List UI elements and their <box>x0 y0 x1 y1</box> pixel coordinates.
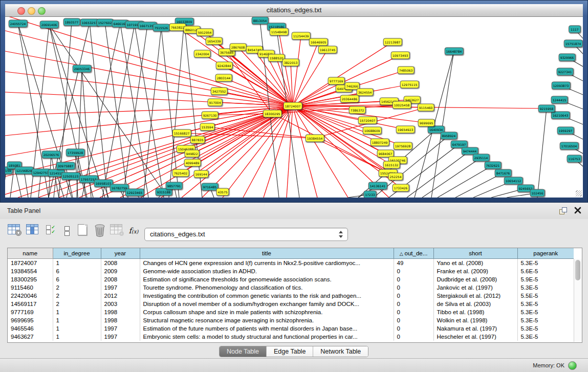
table-cell[interactable]: 1997 <box>101 333 140 341</box>
table-cell[interactable]: 5.3E-5 <box>517 333 574 341</box>
table-scrollbar-thumb[interactable] <box>575 260 580 280</box>
network-node[interactable]: 9777169 <box>328 77 345 85</box>
network-node[interactable]: 18807249 <box>371 139 389 146</box>
close-panel-icon[interactable] <box>574 206 582 214</box>
table-cell[interactable]: Changes of HCN gene expression and I(f) … <box>140 259 394 268</box>
table-cell[interactable]: 0 <box>394 333 433 341</box>
table-row[interactable]: 2242004622012Investigating the contribut… <box>8 292 574 300</box>
network-node[interactable]: 9215958 <box>538 105 555 113</box>
table-cell[interactable]: 5.5E-5 <box>517 292 574 300</box>
network-node[interactable]: 8958924 <box>441 132 458 140</box>
table-cell[interactable]: 0 <box>394 275 433 283</box>
network-node[interactable]: 8471676 <box>495 169 512 177</box>
table-cell[interactable]: 1998 <box>101 316 140 324</box>
memory-status-led[interactable] <box>568 361 577 370</box>
network-node[interactable]: 10688609 <box>363 127 382 135</box>
network-node[interactable]: 20206576 <box>42 151 61 159</box>
network-node[interactable]: 949822 <box>185 150 200 158</box>
column-header-year[interactable]: year <box>101 248 140 259</box>
table-cell[interactable]: 18724007 <box>8 259 53 268</box>
table-mode-icon[interactable] <box>59 226 75 242</box>
table-cell[interactable]: 0 <box>394 267 433 275</box>
network-node[interactable]: 11254439 <box>292 32 311 40</box>
table-cell[interactable]: 0 <box>394 308 433 316</box>
table-cell[interactable]: Jankovic et al. (1997) <box>433 283 517 292</box>
network-hub-node[interactable]: 18724007 <box>284 102 302 110</box>
table-cell[interactable]: 1 <box>53 316 101 324</box>
table-cell[interactable]: 2008 <box>101 259 140 268</box>
table-cell[interactable]: 14569117 <box>8 300 53 308</box>
table-cell[interactable]: 22420046 <box>8 292 53 300</box>
table-cell[interactable]: 9115460 <box>8 283 53 292</box>
table-cell[interactable]: Dudbridge et al. (2008) <box>433 275 517 283</box>
table-cell[interactable]: Embryonic stem cells: a model to study s… <box>140 333 394 341</box>
network-node[interactable]: 9115460 <box>418 104 434 112</box>
table-cell[interactable]: Nakamura et al. (1997) <box>433 324 517 333</box>
network-node[interactable]: 43575 <box>216 188 229 196</box>
network-node[interactable]: 2803144 <box>215 74 232 82</box>
network-canvas[interactable]: 2405572420691406189357710653257152760264… <box>5 17 583 198</box>
network-node[interactable]: 2867608 <box>230 43 247 51</box>
network-node[interactable]: 9242844 <box>216 62 233 70</box>
network-node[interactable]: 1959297 <box>557 127 574 135</box>
tab-node-table[interactable]: Node Table <box>220 346 267 357</box>
table-row[interactable]: 969969511998Structural magnetic resonanc… <box>8 316 574 324</box>
tab-network-table[interactable]: Network Table <box>313 346 368 357</box>
table-cell[interactable]: 0 <box>394 283 433 292</box>
table-cell[interactable]: Stergiakouli et al. (2012) <box>433 292 517 300</box>
table-cell[interactable]: Estimation of significance thresholds fo… <box>140 275 394 283</box>
table-cell[interactable]: 2009 <box>101 267 140 275</box>
network-node[interactable]: 3822013 <box>282 59 299 67</box>
table-cell[interactable]: 1997 <box>101 283 140 292</box>
delete-table-icon[interactable]: × <box>108 224 124 240</box>
show-columns-icon[interactable] <box>25 224 40 240</box>
table-cell[interactable]: de Silva et al. (2003) <box>433 300 517 308</box>
table-row[interactable]: 911546021997Tourette syndrome. Phenomeno… <box>8 283 574 292</box>
table-settings-icon[interactable] <box>6 224 21 240</box>
table-cell[interactable]: 2 <box>53 283 101 292</box>
canvas-resize-grip[interactable] <box>576 190 582 196</box>
tab-edge-table[interactable]: Edge Table <box>267 346 313 357</box>
table-cell[interactable]: 1 <box>53 259 101 268</box>
table-cell[interactable]: 2008 <box>101 275 140 283</box>
table-row[interactable]: 977716911998Corpus callosum shape and si… <box>8 308 574 316</box>
table-cell[interactable]: Hescheler et al. (1997) <box>433 333 517 341</box>
network-node[interactable]: 30975887 <box>56 162 75 170</box>
network-node[interactable]: 9857791 <box>166 182 183 190</box>
network-node[interactable]: 7632621 <box>485 162 502 169</box>
column-header-short[interactable]: short <box>433 248 517 259</box>
table-cell[interactable]: 0 <box>394 292 433 300</box>
table-cell[interactable]: Estimation of the future numbers of pati… <box>140 324 394 333</box>
table-cell[interactable]: 1 <box>53 333 101 341</box>
network-node[interactable]: 29053346 <box>73 65 92 73</box>
table-cell[interactable]: 9465546 <box>8 324 53 333</box>
table-cell[interactable]: Disruption of a novel member of a sodium… <box>140 300 394 308</box>
function-builder-icon[interactable]: f(x) <box>126 226 141 243</box>
network-node[interactable]: 19756928 <box>394 142 412 150</box>
table-cell[interactable]: 9463627 <box>8 333 53 341</box>
select-rows-icon[interactable]: ✓ ✓ <box>43 225 58 242</box>
new-column-icon[interactable] <box>75 224 90 240</box>
network-node[interactable]: 12213987 <box>383 38 402 46</box>
table-cell[interactable]: Yano et al. (2008) <box>433 259 517 268</box>
table-cell[interactable]: Investigating the contribution of common… <box>140 292 394 300</box>
table-cell[interactable]: 18300295 <box>8 275 53 283</box>
network-node[interactable]: 7485063 <box>398 67 415 74</box>
network-node[interactable]: 15166827 <box>172 129 191 137</box>
table-cell[interactable]: 6 <box>53 267 101 275</box>
column-header-in-degree[interactable]: in_degree <box>53 248 101 259</box>
table-cell[interactable]: 6 <box>53 275 101 283</box>
network-window-titlebar[interactable]: citations_edges.txt <box>5 4 583 17</box>
table-cell[interactable]: 5.3E-5 <box>517 283 574 292</box>
network-node[interactable]: 10973493 <box>391 52 410 59</box>
network-node[interactable]: 12156829 <box>15 167 34 174</box>
network-node[interactable]: 14136141 <box>368 182 387 190</box>
network-node[interactable]: 2342004 <box>194 50 211 58</box>
network-node[interactable]: 7625402 <box>172 169 189 177</box>
network-node[interactable]: 3427552 <box>211 87 228 95</box>
table-cell[interactable]: Tourette syndrome. Phenomenology and cla… <box>140 283 394 292</box>
table-row[interactable]: 1456911722003Disruption of a novel membe… <box>8 300 574 308</box>
network-node[interactable]: 1527602 <box>97 19 114 27</box>
network-node[interactable]: 3624554 <box>357 89 374 96</box>
network-node[interactable]: 9716485 <box>202 183 219 191</box>
